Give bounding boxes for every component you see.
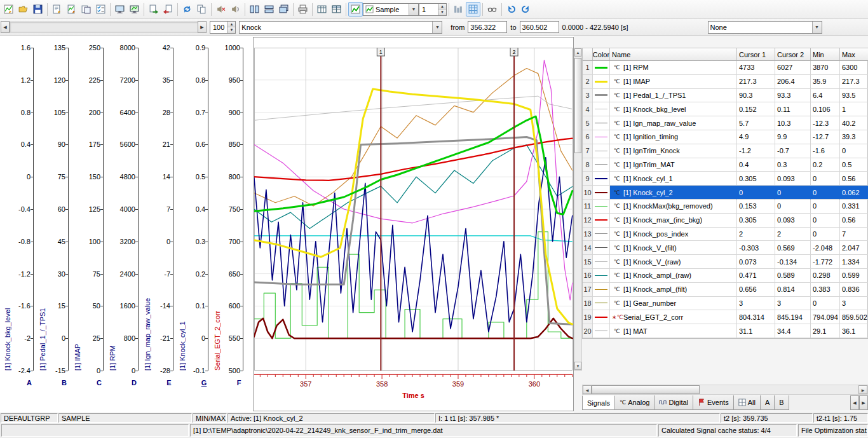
graph-config-icon[interactable] [50, 2, 64, 17]
column-header-Name[interactable]: Name [610, 48, 737, 61]
signal-name[interactable]: ℃[1] IMAP [610, 75, 737, 89]
column-header-Max[interactable]: Max [840, 48, 868, 61]
table-vertical-scrollbar[interactable]: ▲ ▼ [574, 48, 582, 371]
scroll-right-icon[interactable]: ▶ [858, 385, 867, 394]
zoom-spinner[interactable]: 100 ▲▼ [210, 21, 236, 34]
scroll-down-icon[interactable]: ▼ [574, 362, 581, 370]
signal-name[interactable]: ℃[1] Knock_cyl_2 [610, 186, 737, 200]
table-row[interactable]: 3℃[1] Pedal_1_/_TPS190.393.36.493.5 [583, 89, 867, 103]
signal-name[interactable]: ℃[1] Knock_ampl_(filt) [610, 283, 737, 297]
overlay-select[interactable]: None ▼ [708, 21, 822, 34]
axis-selector-B[interactable]: B [58, 379, 71, 387]
data-table-icon[interactable] [315, 2, 329, 17]
signal-name[interactable]: ℃[1] MAT [610, 324, 737, 338]
signal-name[interactable]: ℃[1] RPM [610, 61, 737, 75]
refresh-icon[interactable] [180, 2, 194, 17]
signal-select[interactable]: Knock ▼ [239, 21, 442, 34]
graph-edit-icon[interactable] [1, 2, 16, 17]
tab-signals[interactable]: Signals [582, 395, 615, 410]
table-row[interactable]: 4℃[1] Knock_bkg_level0.1520.110.1061 [583, 102, 867, 116]
table-row[interactable]: 17℃[1] Knock_ampl_(filt)0.6560.8140.3830… [583, 283, 867, 297]
table-row[interactable]: 9℃[1] Knock_cyl_10.3050.09300.56 [583, 172, 867, 186]
active-graph-icon[interactable] [348, 2, 363, 17]
signal-name[interactable]: ℃[1] Knock_V_(raw) [610, 255, 737, 269]
checklist-icon[interactable] [93, 2, 108, 17]
table-row[interactable]: 12℃[1] Knock_max_(inc_bkg)0.3050.09300.5… [583, 214, 867, 228]
to-input[interactable]: 360.502 [520, 21, 559, 33]
signal-name[interactable]: ℃[1] Gear_number [610, 297, 737, 311]
inspect-icon[interactable] [485, 2, 499, 17]
axis-selector-F[interactable]: F [233, 379, 245, 387]
column-header-Cursor 1[interactable]: Cursor 1 [737, 48, 775, 61]
speaker-icon[interactable] [228, 2, 243, 17]
axis-selector-E[interactable]: E [163, 379, 175, 387]
zoom-spin-arrows[interactable]: ▲▼ [227, 22, 235, 33]
column-header-Color[interactable]: Color [593, 48, 610, 61]
graph-count-spinner[interactable]: 1▲▼ [419, 3, 447, 16]
tab-all[interactable]: All [733, 395, 761, 410]
speaker-mute-icon[interactable] [214, 2, 228, 17]
grid-view-icon[interactable] [466, 2, 480, 17]
signal-plot[interactable]: 12357358359360Time s [254, 48, 574, 411]
copy-config-icon[interactable] [79, 2, 93, 17]
table-row[interactable]: 19∗℃Serial_EGT_2_corr804.314845.194794.0… [583, 310, 867, 324]
table-row[interactable]: 16℃[1] Knock_ampl_(raw)0.4710.5890.2980.… [583, 269, 867, 283]
export-icon[interactable] [146, 2, 161, 17]
save-file-icon[interactable] [31, 2, 45, 17]
chart-panel[interactable]: 12357358359360Time s [253, 37, 574, 411]
signal-name[interactable]: ℃[1] Knock_bkg_level [610, 102, 737, 116]
signal-name[interactable]: ∗℃Serial_EGT_2_corr [610, 310, 737, 324]
signal-name[interactable]: ℃[1] Knock_V_(filt) [610, 241, 737, 255]
signal-name[interactable]: ℃[1] IgnTrim_Knock [610, 144, 737, 158]
sample-mode-select[interactable]: Sample▼ [363, 3, 419, 16]
open-file-icon[interactable] [16, 2, 31, 17]
tabs-scroll-right-button[interactable]: ▶ [859, 395, 868, 410]
table-row[interactable]: 11℃[1] KnockMax(bkg_removed)0.153000.331 [583, 200, 867, 214]
column-header-Min[interactable]: Min [811, 48, 840, 61]
signal-name[interactable]: ℃[1] IgnTrim_MAT [610, 158, 737, 172]
data-table-grid-icon[interactable] [329, 2, 344, 17]
signal-config-icon[interactable] [64, 2, 79, 17]
signal-name[interactable]: ℃[1] Knock_ampl_(raw) [610, 269, 737, 283]
pan-left-button[interactable]: ◀ [1, 21, 10, 33]
tile-horizontal-icon[interactable] [262, 2, 276, 17]
tab-a[interactable]: A [760, 395, 775, 410]
table-row[interactable]: 2℃[1] IMAP217.3206.435.9217.3 [583, 75, 867, 89]
scrollbar-thumb[interactable] [574, 58, 581, 153]
table-row[interactable]: 5℃[1] Ign_map_raw_value5.710.3-12.340.2 [583, 116, 867, 130]
axis-selector-A[interactable]: A [23, 379, 36, 387]
copy-icon[interactable] [194, 2, 209, 17]
scroll-left-icon[interactable]: ◀ [583, 385, 592, 394]
tab-analog[interactable]: ℃Analog [614, 395, 654, 410]
axis-selector-G[interactable]: G [198, 379, 210, 387]
table-row[interactable]: 13℃[1] Knock_pos_index2207 [583, 228, 867, 242]
axis-selector-C[interactable]: C [93, 379, 105, 387]
tab-events[interactable]: Events [693, 395, 734, 410]
import-icon[interactable] [161, 2, 175, 17]
signal-name[interactable]: ℃[1] KnockMax(bkg_removed) [610, 200, 737, 214]
monitor-icon[interactable] [112, 2, 127, 17]
from-input[interactable]: 356.322 [468, 21, 507, 33]
table-row[interactable]: 1℃[1] RPM4733602738706300 [583, 61, 867, 75]
table-row[interactable]: 8℃[1] IgnTrim_MAT0.40.30.20.5 [583, 158, 867, 172]
signal-name[interactable]: ℃[1] Pedal_1_/_TPS1 [610, 89, 737, 103]
table-row[interactable]: 6℃[1] Ignition_timing4.99.9-12.739.3 [583, 130, 867, 144]
undo-icon[interactable] [504, 2, 519, 17]
cascade-windows-icon[interactable] [276, 2, 291, 17]
tabs-scroll-left-button[interactable]: ◀ [850, 395, 859, 410]
columns-icon[interactable] [451, 2, 466, 17]
table-row[interactable]: 10℃[1] Knock_cyl_20000.062 [583, 186, 867, 200]
tab-b[interactable]: B [774, 395, 789, 410]
table-row[interactable]: 18℃[1] Gear_number3303 [583, 297, 867, 311]
tab-digital[interactable]: Digital [654, 395, 693, 410]
spin-arrows[interactable]: ▲▼ [438, 4, 446, 15]
table-row[interactable]: 20℃[1] MAT31.134.429.136.1 [583, 324, 867, 338]
pan-scrollbar[interactable] [10, 22, 198, 32]
tile-vertical-icon[interactable] [247, 2, 262, 17]
axis-selector-D[interactable]: D [128, 379, 140, 387]
print-icon[interactable] [295, 2, 310, 17]
signal-name[interactable]: ℃[1] Knock_cyl_1 [610, 172, 737, 186]
table-row[interactable]: 14℃[1] Knock_V_(filt)-0.3030.569-2.0482.… [583, 241, 867, 255]
column-header-num[interactable] [583, 48, 593, 61]
scroll-up-icon[interactable]: ▲ [574, 48, 581, 57]
